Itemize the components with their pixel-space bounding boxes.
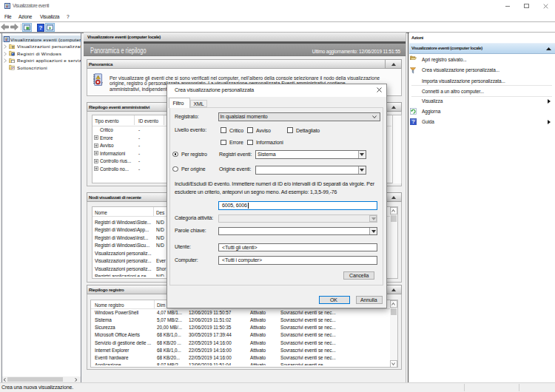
svg-text:?: ?	[411, 118, 415, 125]
